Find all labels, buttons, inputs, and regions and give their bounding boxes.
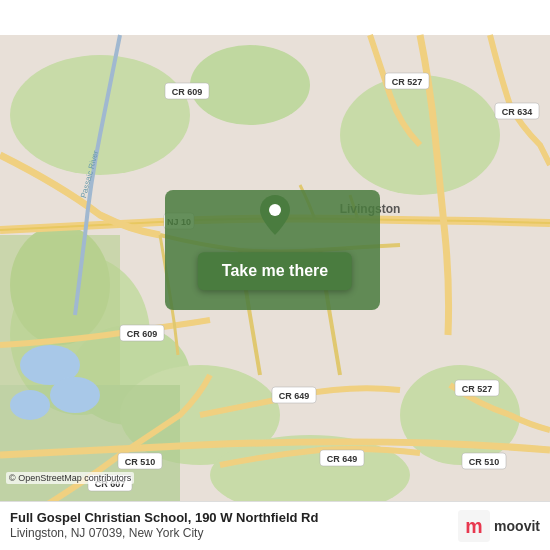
take-me-there-button[interactable]: Take me there (198, 252, 352, 290)
map-attribution: © OpenStreetMap contributors (6, 472, 134, 484)
svg-text:CR 527: CR 527 (392, 77, 423, 87)
place-name: Full Gospel Christian School, 190 W Nort… (10, 510, 458, 527)
svg-text:CR 510: CR 510 (469, 457, 500, 467)
svg-text:CR 527: CR 527 (462, 384, 493, 394)
bottom-bar: Full Gospel Christian School, 190 W Nort… (0, 501, 550, 550)
svg-point-9 (340, 75, 500, 195)
svg-point-14 (10, 390, 50, 420)
svg-text:CR 609: CR 609 (172, 87, 203, 97)
moovit-icon: m (458, 510, 490, 542)
svg-point-10 (10, 55, 190, 175)
map-container: CR 609 NJ 10 CR 527 CR 634 CR 609 CR 510… (0, 0, 550, 550)
svg-point-13 (50, 377, 100, 413)
place-address: Livingston, NJ 07039, New York City (10, 526, 458, 542)
svg-text:CR 649: CR 649 (279, 391, 310, 401)
svg-text:CR 510: CR 510 (125, 457, 156, 467)
address-block: Full Gospel Christian School, 190 W Nort… (10, 510, 458, 542)
moovit-logo: m moovit (458, 510, 540, 542)
svg-text:CR 609: CR 609 (127, 329, 158, 339)
svg-text:CR 634: CR 634 (502, 107, 533, 117)
moovit-text: moovit (494, 518, 540, 534)
svg-text:m: m (465, 515, 482, 537)
location-pin (260, 195, 290, 239)
svg-text:CR 649: CR 649 (327, 454, 358, 464)
svg-point-40 (269, 204, 281, 216)
